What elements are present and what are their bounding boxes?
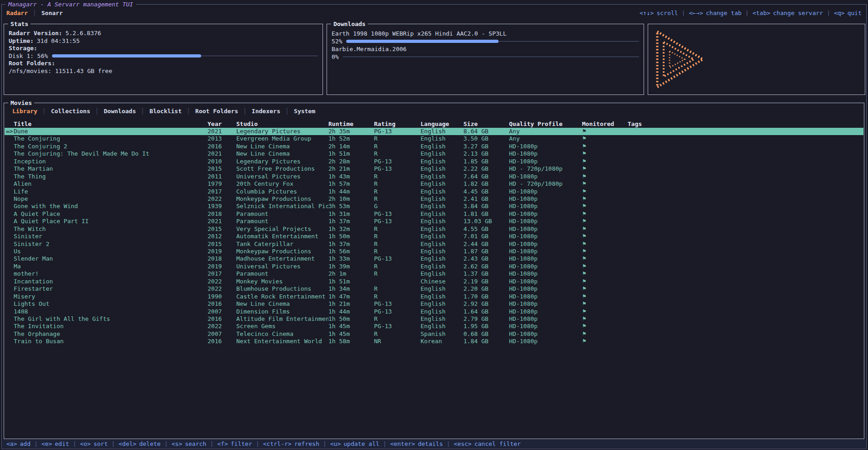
movie-rating: R	[374, 143, 421, 150]
movie-runtime: 2h 14m	[328, 143, 374, 150]
movie-runtime: 1h 51m	[328, 278, 374, 285]
movie-title: Life	[14, 188, 208, 195]
tab-blocklist[interactable]: Blocklist	[150, 108, 182, 115]
movie-year: 1990	[208, 293, 236, 300]
movie-row[interactable]: Gone with the Wind 1939 Selznick Interna…	[5, 203, 863, 210]
tab-item: Indexers │	[252, 108, 294, 115]
movie-title: Train to Busan	[14, 338, 208, 345]
selection-arrow	[5, 278, 14, 285]
download-name: Barbie.Mermaidia.2006	[332, 45, 639, 53]
top-hints: <↑↓> scroll | <←→> change tab | <tab> ch…	[639, 9, 862, 17]
selection-arrow	[5, 210, 14, 218]
movie-row[interactable]: Alien 1979 20th Century Fox 1h 57m R Eng…	[5, 180, 863, 188]
movie-studio: Castle Rock Entertainment	[236, 293, 328, 300]
movie-row[interactable]: Train to Busan 2016 Next Entertainment W…	[5, 338, 863, 345]
tab-library[interactable]: Library	[12, 108, 37, 115]
movies-tabs: Library │ Collections │ Downloads │ Bloc…	[4, 103, 864, 115]
movie-title: Misery	[14, 293, 208, 300]
movie-language: Spanish	[421, 330, 463, 338]
movie-row[interactable]: Incantation 2022 Monkey Movies 1h 51m Ch…	[5, 278, 863, 285]
movie-row[interactable]: => Dune 2021 Legendary Pictures 2h 35m P…	[5, 128, 863, 135]
tab-root-folders[interactable]: Root Folders	[195, 108, 238, 115]
movie-studio: Paramount	[236, 210, 328, 218]
selection-arrow	[5, 165, 14, 173]
monitored-flag-icon: ⚑	[582, 188, 628, 195]
movie-row[interactable]: A Quiet Place 2018 Paramount 1h 31m PG-1…	[5, 210, 863, 218]
movie-row[interactable]: The Conjuring: The Devil Made Me Do It 2…	[5, 150, 863, 157]
tab-item: Sonarr │	[42, 10, 63, 16]
movie-row[interactable]: Misery 1990 Castle Rock Entertainment 1h…	[5, 293, 863, 300]
movie-tags	[628, 165, 863, 173]
movie-tags	[628, 315, 863, 323]
tab-system[interactable]: System	[294, 108, 315, 115]
movie-year: 2016	[208, 300, 236, 308]
hint-label: edit	[55, 440, 69, 447]
hint-key: <tab>	[753, 10, 770, 16]
selection-arrow	[5, 270, 14, 277]
movie-rating: PG-13	[374, 255, 421, 262]
movie-row[interactable]: Sinister 2 2015 Tank Caterpillar 1h 37m …	[5, 241, 863, 248]
movie-year: 2017	[208, 270, 236, 277]
monitored-flag-icon: ⚑	[582, 165, 628, 173]
servarr-tab-sonarr[interactable]: Sonarr	[42, 10, 63, 16]
movie-quality: HD-1080p	[509, 330, 582, 338]
movie-language: English	[421, 173, 463, 180]
monitored-flag-icon: ⚑	[582, 195, 628, 203]
selection-arrow: =>	[5, 128, 14, 135]
movie-studio: Paramount	[236, 218, 328, 225]
movie-row[interactable]: Life 2017 Columbia Pictures 1h 44m R Eng…	[5, 188, 863, 195]
movie-studio: Madhouse Entertainment	[236, 255, 328, 262]
movie-rating	[374, 278, 421, 285]
movie-title: Alien	[14, 180, 208, 188]
movie-row[interactable]: Lights Out 2016 New Line Cinema 1h 21m P…	[5, 300, 863, 308]
movie-row[interactable]: Slender Man 2018 Madhouse Entertainment …	[5, 255, 863, 262]
movie-row[interactable]: Us 2019 Monkeypaw Productions 1h 56m R E…	[5, 248, 863, 255]
movie-row[interactable]: The Orphanage 2007 Telecinco Cinema 1h 4…	[5, 330, 863, 338]
movie-row[interactable]: The Witch 2015 Very Special Projects 1h …	[5, 225, 863, 233]
movie-rating: R	[374, 180, 421, 188]
movie-row[interactable]: The Conjuring 2 2016 New Line Cinema 2h …	[5, 143, 863, 150]
movie-year: 2013	[208, 135, 236, 142]
movie-row[interactable]: Inception 2010 Legendary Pictures 2h 28m…	[5, 158, 863, 165]
tab-separator: │	[141, 108, 145, 115]
selection-arrow	[5, 248, 14, 255]
movie-row[interactable]: 1408 2007 Dimension Films 1h 44m PG-13 E…	[5, 308, 863, 315]
movie-language: English	[421, 203, 463, 210]
movie-row[interactable]: Firestarter 2022 Blumhouse Productions 1…	[5, 285, 863, 293]
movie-row[interactable]: mother! 2017 Paramount 2h 1m R English 1…	[5, 270, 863, 277]
download-gauge	[343, 55, 639, 59]
hint-label: sort	[94, 440, 108, 447]
movie-row[interactable]: The Girl with All the Gifts 2016 Altitud…	[5, 315, 863, 323]
movie-studio: Selznick International Pic	[236, 203, 328, 210]
movie-row[interactable]: The Martian 2015 Scott Free Productions …	[5, 165, 863, 173]
tab-downloads[interactable]: Downloads	[104, 108, 136, 115]
stats-panel: Stats Radarr Version: 5.2.6.8376 Uptime:…	[4, 24, 323, 95]
servarr-tab-radarr[interactable]: Radarr	[6, 10, 28, 16]
movie-size: 2.22 GB	[463, 165, 509, 173]
movie-row[interactable]: A Quiet Place Part II 2021 Paramount 1h …	[5, 218, 863, 225]
movie-rating: R	[374, 293, 421, 300]
movie-language: English	[421, 255, 463, 262]
movie-language: English	[421, 285, 463, 293]
root-folders-label: Root Folders:	[9, 60, 55, 68]
movie-size: 2.19 GB	[463, 278, 509, 285]
app-title: Managarr - A Servarr management TUI	[5, 0, 136, 8]
tab-collections[interactable]: Collections	[51, 108, 90, 115]
keybinding-hint: <a> add |	[6, 440, 42, 447]
tab-item: Library │	[12, 108, 51, 115]
movie-row[interactable]: The Conjuring 2013 Evergreen Media Group…	[5, 135, 863, 142]
movie-row[interactable]: Sinister 2012 Automatik Entertainment 1h…	[5, 233, 863, 240]
movie-row[interactable]: Ma 2019 Universal Pictures 1h 39m R Engl…	[5, 263, 863, 270]
movie-quality: HD-1080p	[509, 308, 582, 315]
tab-indexers[interactable]: Indexers	[252, 108, 281, 115]
movie-row[interactable]: The Thing 2011 Universal Pictures 1h 43m…	[5, 173, 863, 180]
movie-row[interactable]: The Invitation 2022 Screen Gems 1h 45m P…	[5, 323, 863, 330]
movie-year: 2022	[208, 323, 236, 330]
movie-runtime: 2h 10m	[328, 195, 374, 203]
movie-tags	[628, 128, 863, 135]
col-title: Title	[14, 120, 208, 128]
hint-separator: |	[34, 440, 38, 447]
monitored-flag-icon: ⚑	[582, 263, 628, 270]
movie-tags	[628, 270, 863, 277]
movie-row[interactable]: Nope 2022 Monkeypaw Productions 2h 10m R…	[5, 195, 863, 203]
